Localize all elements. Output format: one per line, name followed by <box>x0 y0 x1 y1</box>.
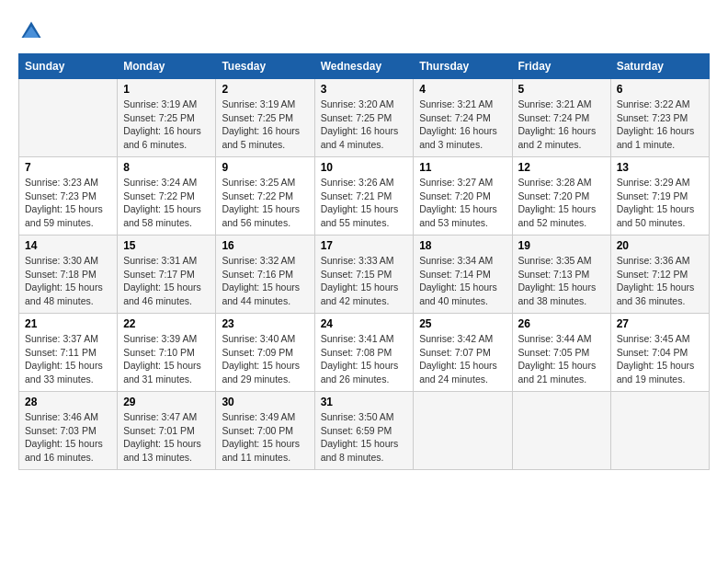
calendar-cell: 26Sunrise: 3:44 AMSunset: 7:05 PMDayligh… <box>512 314 610 392</box>
calendar-cell: 27Sunrise: 3:45 AMSunset: 7:04 PMDayligh… <box>610 314 709 392</box>
day-info: Sunrise: 3:32 AMSunset: 7:16 PMDaylight:… <box>222 254 308 308</box>
calendar-cell: 23Sunrise: 3:40 AMSunset: 7:09 PMDayligh… <box>216 314 314 392</box>
calendar-cell: 20Sunrise: 3:36 AMSunset: 7:12 PMDayligh… <box>610 236 709 314</box>
calendar-week-row: 14Sunrise: 3:30 AMSunset: 7:18 PMDayligh… <box>19 236 710 314</box>
day-number: 29 <box>123 396 210 408</box>
day-info: Sunrise: 3:27 AMSunset: 7:20 PMDaylight:… <box>419 176 506 230</box>
day-info: Sunrise: 3:28 AMSunset: 7:20 PMDaylight:… <box>518 176 605 230</box>
calendar-cell: 31Sunrise: 3:50 AMSunset: 6:59 PMDayligh… <box>314 392 414 470</box>
calendar-cell: 8Sunrise: 3:24 AMSunset: 7:22 PMDaylight… <box>118 157 216 236</box>
day-number: 17 <box>321 239 408 252</box>
day-info: Sunrise: 3:22 AMSunset: 7:23 PMDaylight:… <box>617 98 703 152</box>
calendar-week-row: 28Sunrise: 3:46 AMSunset: 7:03 PMDayligh… <box>19 392 710 470</box>
calendar-cell: 22Sunrise: 3:39 AMSunset: 7:10 PMDayligh… <box>118 314 216 392</box>
day-info: Sunrise: 3:36 AMSunset: 7:12 PMDaylight:… <box>617 254 703 308</box>
day-number: 10 <box>321 161 408 174</box>
day-number: 12 <box>518 161 605 174</box>
calendar-cell: 17Sunrise: 3:33 AMSunset: 7:15 PMDayligh… <box>314 236 414 314</box>
day-info: Sunrise: 3:39 AMSunset: 7:10 PMDaylight:… <box>123 332 210 386</box>
day-number: 5 <box>518 83 605 96</box>
calendar-cell: 2Sunrise: 3:19 AMSunset: 7:25 PMDaylight… <box>216 79 314 157</box>
day-info: Sunrise: 3:20 AMSunset: 7:25 PMDaylight:… <box>321 98 408 152</box>
day-info: Sunrise: 3:34 AMSunset: 7:14 PMDaylight:… <box>419 254 506 308</box>
calendar-cell: 18Sunrise: 3:34 AMSunset: 7:14 PMDayligh… <box>414 236 512 314</box>
day-number: 21 <box>25 317 111 330</box>
day-info: Sunrise: 3:19 AMSunset: 7:25 PMDaylight:… <box>123 98 210 152</box>
calendar-cell: 10Sunrise: 3:26 AMSunset: 7:21 PMDayligh… <box>314 157 414 236</box>
calendar-week-row: 1Sunrise: 3:19 AMSunset: 7:25 PMDaylight… <box>19 79 710 157</box>
calendar-header-row: SundayMondayTuesdayWednesdayThursdayFrid… <box>19 54 710 79</box>
day-info: Sunrise: 3:24 AMSunset: 7:22 PMDaylight:… <box>123 176 210 230</box>
day-number: 27 <box>617 317 703 330</box>
day-number: 16 <box>222 239 308 252</box>
day-info: Sunrise: 3:23 AMSunset: 7:23 PMDaylight:… <box>25 176 111 230</box>
day-info: Sunrise: 3:49 AMSunset: 7:00 PMDaylight:… <box>222 410 308 465</box>
day-number: 19 <box>518 239 605 252</box>
day-info: Sunrise: 3:21 AMSunset: 7:24 PMDaylight:… <box>518 98 605 152</box>
calendar-table: SundayMondayTuesdayWednesdayThursdayFrid… <box>18 53 710 470</box>
header-sunday: Sunday <box>19 54 118 79</box>
day-info: Sunrise: 3:29 AMSunset: 7:19 PMDaylight:… <box>617 176 703 230</box>
day-number: 18 <box>419 239 506 252</box>
day-info: Sunrise: 3:26 AMSunset: 7:21 PMDaylight:… <box>321 176 408 230</box>
day-info: Sunrise: 3:45 AMSunset: 7:04 PMDaylight:… <box>617 332 703 386</box>
day-info: Sunrise: 3:50 AMSunset: 6:59 PMDaylight:… <box>321 410 408 465</box>
day-info: Sunrise: 3:19 AMSunset: 7:25 PMDaylight:… <box>222 98 308 152</box>
day-number: 22 <box>123 317 210 330</box>
header-saturday: Saturday <box>610 54 709 79</box>
calendar-cell: 9Sunrise: 3:25 AMSunset: 7:22 PMDaylight… <box>216 157 314 236</box>
day-info: Sunrise: 3:44 AMSunset: 7:05 PMDaylight:… <box>518 332 605 386</box>
day-info: Sunrise: 3:42 AMSunset: 7:07 PMDaylight:… <box>419 332 506 386</box>
day-number: 24 <box>321 317 408 330</box>
day-number: 6 <box>617 83 703 96</box>
calendar-cell: 30Sunrise: 3:49 AMSunset: 7:00 PMDayligh… <box>216 392 314 470</box>
day-info: Sunrise: 3:25 AMSunset: 7:22 PMDaylight:… <box>222 176 308 230</box>
calendar-cell: 28Sunrise: 3:46 AMSunset: 7:03 PMDayligh… <box>19 392 118 470</box>
calendar-cell: 13Sunrise: 3:29 AMSunset: 7:19 PMDayligh… <box>610 157 709 236</box>
day-number: 1 <box>123 83 210 96</box>
calendar-cell: 12Sunrise: 3:28 AMSunset: 7:20 PMDayligh… <box>512 157 610 236</box>
header-wednesday: Wednesday <box>314 54 414 79</box>
calendar-cell <box>414 392 512 470</box>
day-number: 9 <box>222 161 308 174</box>
calendar-cell: 24Sunrise: 3:41 AMSunset: 7:08 PMDayligh… <box>314 314 414 392</box>
day-number: 28 <box>25 396 111 408</box>
day-number: 14 <box>25 239 111 252</box>
day-number: 8 <box>123 161 210 174</box>
day-number: 3 <box>321 83 408 96</box>
header-tuesday: Tuesday <box>216 54 314 79</box>
day-number: 4 <box>419 83 506 96</box>
day-number: 13 <box>617 161 703 174</box>
day-number: 26 <box>518 317 605 330</box>
calendar-cell <box>512 392 610 470</box>
day-number: 30 <box>222 396 308 408</box>
day-number: 2 <box>222 83 308 96</box>
day-info: Sunrise: 3:41 AMSunset: 7:08 PMDaylight:… <box>321 332 408 386</box>
calendar-cell: 14Sunrise: 3:30 AMSunset: 7:18 PMDayligh… <box>19 236 118 314</box>
day-number: 20 <box>617 239 703 252</box>
day-info: Sunrise: 3:46 AMSunset: 7:03 PMDaylight:… <box>25 410 111 465</box>
calendar-cell: 11Sunrise: 3:27 AMSunset: 7:20 PMDayligh… <box>414 157 512 236</box>
day-number: 7 <box>25 161 111 174</box>
calendar-week-row: 7Sunrise: 3:23 AMSunset: 7:23 PMDaylight… <box>19 157 710 236</box>
day-number: 11 <box>419 161 506 174</box>
day-info: Sunrise: 3:35 AMSunset: 7:13 PMDaylight:… <box>518 254 605 308</box>
calendar-cell: 21Sunrise: 3:37 AMSunset: 7:11 PMDayligh… <box>19 314 118 392</box>
day-info: Sunrise: 3:40 AMSunset: 7:09 PMDaylight:… <box>222 332 308 386</box>
calendar-cell: 7Sunrise: 3:23 AMSunset: 7:23 PMDaylight… <box>19 157 118 236</box>
logo-icon <box>18 18 44 44</box>
calendar-cell <box>610 392 709 470</box>
calendar-cell: 25Sunrise: 3:42 AMSunset: 7:07 PMDayligh… <box>414 314 512 392</box>
calendar-cell: 15Sunrise: 3:31 AMSunset: 7:17 PMDayligh… <box>118 236 216 314</box>
calendar-cell: 29Sunrise: 3:47 AMSunset: 7:01 PMDayligh… <box>118 392 216 470</box>
calendar-cell: 5Sunrise: 3:21 AMSunset: 7:24 PMDaylight… <box>512 79 610 157</box>
calendar-cell: 3Sunrise: 3:20 AMSunset: 7:25 PMDaylight… <box>314 79 414 157</box>
day-number: 23 <box>222 317 308 330</box>
header-thursday: Thursday <box>414 54 512 79</box>
day-number: 25 <box>419 317 506 330</box>
day-info: Sunrise: 3:47 AMSunset: 7:01 PMDaylight:… <box>123 410 210 465</box>
calendar-cell: 6Sunrise: 3:22 AMSunset: 7:23 PMDaylight… <box>610 79 709 157</box>
logo <box>18 18 48 44</box>
calendar-cell: 1Sunrise: 3:19 AMSunset: 7:25 PMDaylight… <box>118 79 216 157</box>
day-info: Sunrise: 3:37 AMSunset: 7:11 PMDaylight:… <box>25 332 111 386</box>
